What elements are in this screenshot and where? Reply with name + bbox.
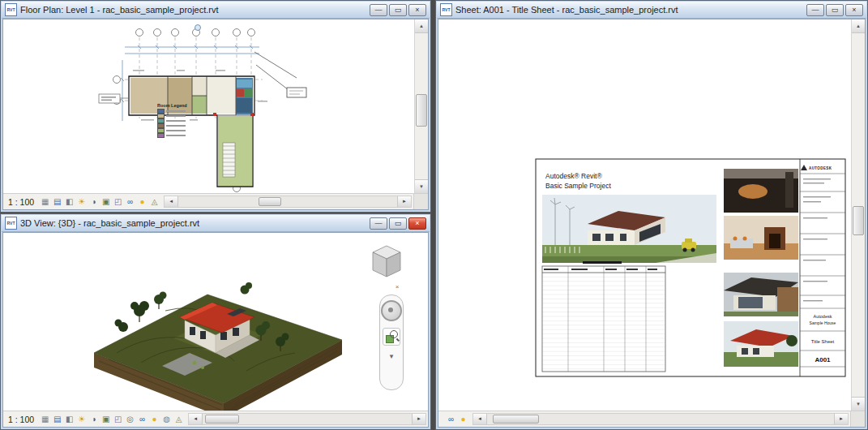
room-legend-title: Room Legend <box>157 103 204 108</box>
reveal-hidden-elements-icon[interactable]: ● <box>136 196 148 208</box>
vertical-scrollbar[interactable]: ▲ ▼ <box>851 19 865 411</box>
horizontal-scroll-thumb[interactable] <box>205 415 239 424</box>
scroll-down-arrow[interactable]: ▼ <box>852 397 865 411</box>
scroll-up-arrow[interactable]: ▲ <box>415 19 428 33</box>
titleblock-model: Sample House <box>810 320 836 325</box>
reveal-hidden-elements-icon[interactable]: ● <box>457 413 469 425</box>
sheet-page: Autodesk® Revit® Basic Sample Project <box>536 159 845 376</box>
room-legend: Room Legend <box>157 103 204 138</box>
navbar-expand-chevron[interactable]: ▾ <box>390 352 394 360</box>
show-rendering-dialog-icon[interactable]: ▦ <box>39 413 51 425</box>
rendering-exterior-red-roof <box>724 321 798 367</box>
reveal-hidden-elements-icon[interactable]: ● <box>148 413 160 425</box>
navigation-bar[interactable]: ▾ <box>379 295 404 390</box>
rvt-file-icon: RVT <box>5 217 17 230</box>
steering-wheel-icon[interactable] <box>381 300 402 321</box>
close-button[interactable]: × <box>845 4 863 16</box>
floor-plan-window: RVT Floor Plan: Level 1 - rac_basic_samp… <box>0 0 431 213</box>
close-button[interactable]: × <box>408 4 426 16</box>
scroll-down-arrow[interactable]: ▼ <box>415 179 428 193</box>
worksharing-display-icon[interactable]: ◍ <box>160 413 173 425</box>
unlocked-view-icon[interactable]: ◎ <box>124 413 136 425</box>
sun-path-icon[interactable]: ☀ <box>75 196 88 208</box>
sun-path-icon[interactable]: ☀ <box>75 413 88 425</box>
maximize-button[interactable]: ▭ <box>389 217 407 230</box>
floor-plan-drawing[interactable] <box>3 19 416 195</box>
legend-item <box>157 133 204 138</box>
horizontal-scroll-thumb[interactable] <box>493 415 539 424</box>
horizontal-scrollbar[interactable]: ◄ ► <box>188 413 426 425</box>
scale-indicator[interactable]: 1 : 100 <box>6 197 39 207</box>
scroll-left-arrow[interactable]: ◄ <box>165 196 178 207</box>
floor-plan-window-title: Floor Plan: Level 1 - rac_basic_sample_p… <box>20 5 366 15</box>
sheet-heading-line2: Basic Sample Project <box>545 182 611 190</box>
viewcube[interactable] <box>368 243 405 282</box>
vertical-scroll-thumb[interactable] <box>853 206 864 235</box>
analytical-model-icon[interactable]: ◬ <box>148 196 160 208</box>
zoom-tool[interactable] <box>383 328 400 346</box>
3d-view-client: × ▾ 1 : 100 ▦▤◧☀◑▣◰◎∞●◍◬ ◄ ► <box>2 232 429 428</box>
resize-grip[interactable] <box>413 194 428 209</box>
titleblock-sheet-number: A001 <box>815 356 831 363</box>
view-control-bar: ∞● ◄ ► <box>438 411 865 427</box>
minimize-button[interactable]: — <box>370 217 387 230</box>
sheet-schedule <box>542 261 665 372</box>
section-callout <box>254 52 306 97</box>
detail-level-icon[interactable]: ▤ <box>51 196 63 208</box>
horizontal-scroll-thumb[interactable] <box>259 197 281 206</box>
horizontal-scrollbar[interactable]: ◄ ► <box>164 196 412 208</box>
scale-indicator[interactable]: 1 : 100 <box>6 415 39 424</box>
viewcube-graphic <box>368 243 405 282</box>
autodesk-brand-text: AUTODESK <box>809 166 832 170</box>
titleblock-project: Autodesk <box>814 314 832 319</box>
visual-style-icon[interactable]: ◧ <box>63 413 75 425</box>
floor-plan-titlebar[interactable]: RVT Floor Plan: Level 1 - rac_basic_samp… <box>2 2 430 19</box>
show-rendering-dialog-icon[interactable]: ▦ <box>39 196 51 208</box>
sheet-drawing[interactable]: Autodesk® Revit® Basic Sample Project <box>438 19 853 412</box>
vertical-scrollbar[interactable]: ▲ ▼ <box>414 19 428 193</box>
level-tag <box>99 94 129 103</box>
floor-plan-client: Room Legend ▲ ▼ 1 : 100 ▦▤◧☀◑▣◰∞●◬ ◄ ► <box>2 19 429 210</box>
shadows-icon[interactable]: ◑ <box>88 413 100 425</box>
main-rendering <box>542 195 716 263</box>
temporary-hide-isolate-icon[interactable]: ∞ <box>136 413 148 425</box>
analytical-model-icon[interactable]: ◬ <box>173 413 185 425</box>
scroll-right-arrow[interactable]: ► <box>412 414 425 424</box>
maximize-button[interactable]: ▭ <box>826 4 844 16</box>
view-control-bar: 1 : 100 ▦▤◧☀◑▣◰∞●◬ ◄ ► <box>3 193 428 209</box>
scroll-right-arrow[interactable]: ► <box>834 414 848 424</box>
3d-view-window-title: 3D View: {3D} - rac_basic_sample_project… <box>20 218 366 228</box>
mdi-workspace: RVT Floor Plan: Level 1 - rac_basic_samp… <box>0 0 868 430</box>
horizontal-scrollbar[interactable]: ◄ ► <box>472 413 849 425</box>
sheet-titlebar[interactable]: RVT Sheet: A001 - Title Sheet - rac_basi… <box>437 2 866 19</box>
minimize-button[interactable]: — <box>806 4 824 16</box>
rendering-dark-interior <box>724 169 798 213</box>
vertical-scroll-thumb[interactable] <box>416 94 427 127</box>
scroll-right-arrow[interactable]: ► <box>397 196 411 207</box>
detail-level-icon[interactable]: ▤ <box>51 413 63 425</box>
rendering-warm-interior <box>724 216 798 260</box>
scroll-left-arrow[interactable]: ◄ <box>473 414 487 424</box>
shadows-icon[interactable]: ◑ <box>88 196 100 208</box>
3d-view-drawing[interactable] <box>3 233 429 412</box>
temporary-hide-isolate-icon[interactable]: ∞ <box>445 413 457 425</box>
close-button[interactable]: × <box>408 217 426 230</box>
scroll-left-arrow[interactable]: ◄ <box>189 414 203 424</box>
navbar-close-icon[interactable]: × <box>392 283 402 291</box>
3d-view-titlebar[interactable]: RVT 3D View: {3D} - rac_basic_sample_pro… <box>2 215 430 232</box>
sheet-window-title: Sheet: A001 - Title Sheet - rac_basic_sa… <box>455 5 803 15</box>
scroll-up-arrow[interactable]: ▲ <box>852 19 865 33</box>
maximize-button[interactable]: ▭ <box>389 4 407 16</box>
crop-region-visibility-icon[interactable]: ◰ <box>112 196 124 208</box>
crop-region-visibility-icon[interactable]: ◰ <box>112 413 124 425</box>
crop-view-icon[interactable]: ▣ <box>100 196 112 208</box>
resize-grip[interactable] <box>850 411 865 427</box>
rvt-file-icon: RVT <box>440 3 452 16</box>
sheet-window: RVT Sheet: A001 - Title Sheet - rac_basi… <box>435 0 868 430</box>
temporary-hide-isolate-icon[interactable]: ∞ <box>124 196 136 208</box>
sheet-client: Autodesk® Revit® Basic Sample Project <box>438 19 866 428</box>
visual-style-icon[interactable]: ◧ <box>63 196 75 208</box>
crop-view-icon[interactable]: ▣ <box>100 413 112 425</box>
minimize-button[interactable]: — <box>370 4 387 16</box>
rvt-file-icon: RVT <box>5 3 17 16</box>
